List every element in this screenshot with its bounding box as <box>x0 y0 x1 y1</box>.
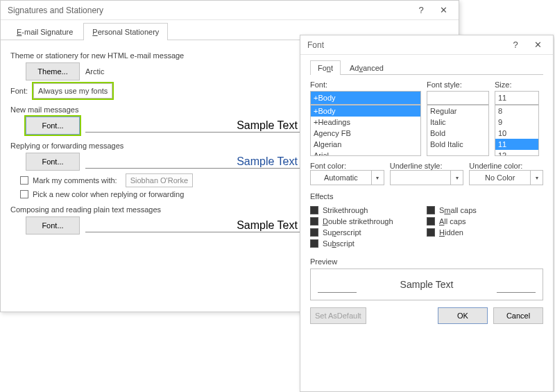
font-dialog: Font ? ✕ Font Advanced Font: +Body +Body… <box>300 35 554 392</box>
effects-label: Effects <box>310 192 543 201</box>
list-item[interactable]: 11 <box>495 139 538 150</box>
tab-advanced[interactable]: Advanced <box>342 60 391 75</box>
font-dialog-title: Font <box>307 40 504 50</box>
list-item[interactable]: +Headings <box>311 117 420 128</box>
underline-color-value: No Color <box>485 173 515 182</box>
signatures-titlebar: Signatures and Stationery ? ✕ <box>1 1 459 20</box>
effect-label: Superscript <box>323 228 361 237</box>
tab-personal-stationery[interactable]: Personal Stationery <box>83 23 168 40</box>
ok-button[interactable]: OK <box>438 307 488 324</box>
effect-subscript[interactable]: Subscript <box>310 239 427 248</box>
effect-hidden[interactable]: Hidden <box>427 228 543 237</box>
checkbox-icon <box>310 206 318 214</box>
font-color-dropdown[interactable]: Automatic ▾ <box>310 170 384 185</box>
effect-label: Small caps <box>439 206 477 214</box>
checkbox-icon <box>20 190 28 198</box>
chevron-down-icon: ▾ <box>530 171 543 185</box>
size-input-value: 11 <box>498 94 506 102</box>
list-item[interactable]: +Body <box>311 105 420 117</box>
tab-font[interactable]: Font <box>310 60 341 75</box>
font-color-value: Automatic <box>324 173 358 182</box>
effect-all-caps[interactable]: All caps <box>427 217 543 225</box>
checkbox-icon <box>310 217 318 225</box>
effect-strikethrough[interactable]: Strikethrough <box>310 206 427 214</box>
tab-personal-label: ersonal Stationery <box>98 28 160 36</box>
effect-label: Hidden <box>439 228 463 237</box>
tab-email-signature[interactable]: E-mail Signature <box>8 23 82 40</box>
list-item[interactable]: Algerian <box>311 139 420 150</box>
list-item[interactable]: 10 <box>495 128 538 139</box>
style-listbox[interactable]: RegularItalicBoldBold Italic <box>427 105 489 156</box>
chevron-down-icon: ▾ <box>450 171 463 185</box>
mark-comments-value[interactable]: Siobhan O'Rorke <box>126 173 193 187</box>
list-item[interactable]: Bold Italic <box>427 139 488 150</box>
font-override-value: Always use my fonts <box>38 87 108 95</box>
preview-box: Sample Text <box>310 269 543 300</box>
theme-name: Arctic <box>85 67 105 76</box>
size-input[interactable]: 11 <box>495 91 539 105</box>
effect-small-caps[interactable]: Small caps <box>427 206 543 214</box>
style-field-label: Font style: <box>427 80 489 89</box>
set-default-button[interactable]: Set As Default <box>310 307 366 324</box>
underline-style-label: Underline style: <box>390 162 443 170</box>
list-item[interactable]: Agency FB <box>311 128 420 139</box>
checkbox-icon <box>20 176 28 185</box>
font-input[interactable]: +Body <box>310 91 421 105</box>
checkbox-icon <box>427 206 435 214</box>
font-override-dropdown[interactable]: Always use my fonts <box>33 83 112 99</box>
checkbox-icon <box>427 228 435 237</box>
preview-label: Preview <box>310 257 543 266</box>
effect-label: Double strikethrough <box>323 217 393 225</box>
style-input[interactable] <box>427 91 489 105</box>
size-listbox[interactable]: 89101112 <box>495 105 539 156</box>
new-mail-font-button[interactable]: Font... <box>26 117 80 135</box>
checkbox-icon <box>310 239 318 248</box>
list-item[interactable]: Italic <box>427 117 488 128</box>
effect-superscript[interactable]: Superscript <box>310 228 427 237</box>
list-item[interactable]: 8 <box>495 105 538 117</box>
preview-text: Sample Text <box>400 279 454 290</box>
font-tabs: Font Advanced <box>310 60 543 75</box>
list-item[interactable]: Bold <box>427 128 488 139</box>
chevron-down-icon: ▾ <box>371 171 384 185</box>
cancel-button[interactable]: Cancel <box>493 307 543 324</box>
font-listbox[interactable]: +Body+HeadingsAgency FBAlgerianArial <box>310 105 421 156</box>
signatures-title: Signatures and Stationery <box>8 6 410 15</box>
effect-label: All caps <box>439 217 466 225</box>
underline-style-dropdown[interactable]: ▾ <box>390 170 464 185</box>
reply-font-button[interactable]: Font... <box>26 153 80 171</box>
underline-color-label: Underline color: <box>469 162 522 170</box>
font-color-label: Font color: <box>310 162 346 170</box>
effect-label: Subscript <box>323 239 355 248</box>
list-item[interactable]: 9 <box>495 117 538 128</box>
plain-font-button[interactable]: Font... <box>26 216 80 235</box>
effect-double-strikethrough[interactable]: Double strikethrough <box>310 217 427 225</box>
font-field-label: Font: <box>310 80 421 89</box>
font-label: Font: <box>10 87 28 95</box>
font-input-value: +Body <box>314 94 336 102</box>
underline-color-dropdown[interactable]: No Color ▾ <box>469 170 543 185</box>
close-button[interactable]: ✕ <box>527 40 549 50</box>
checkbox-icon <box>310 228 318 237</box>
theme-button[interactable]: Theme... <box>26 62 80 80</box>
list-item[interactable]: Arial <box>311 150 420 156</box>
checkbox-icon <box>427 217 435 225</box>
effect-label: Strikethrough <box>323 206 368 214</box>
help-button[interactable]: ? <box>410 5 432 15</box>
help-button[interactable]: ? <box>504 40 527 50</box>
tab-email-label: -mail Signature <box>22 28 73 36</box>
size-field-label: Size: <box>495 80 539 89</box>
close-button[interactable]: ✕ <box>432 5 454 15</box>
font-titlebar: Font ? ✕ <box>300 35 553 55</box>
list-item[interactable]: 12 <box>495 150 538 156</box>
list-item[interactable]: Regular <box>427 105 488 117</box>
